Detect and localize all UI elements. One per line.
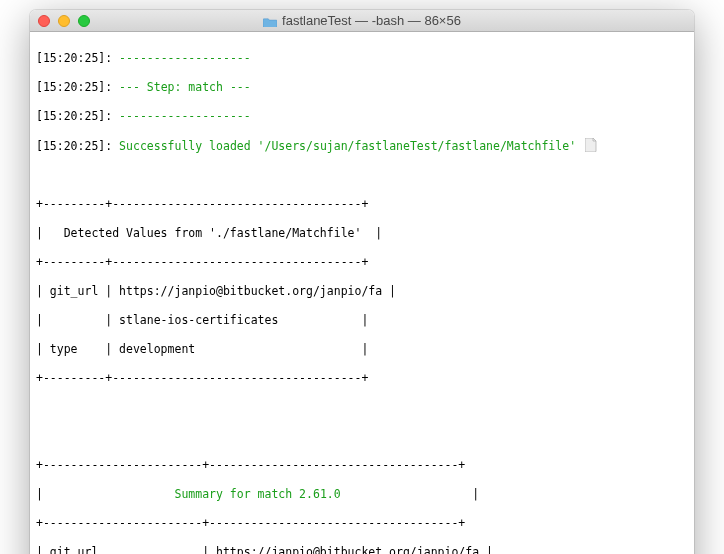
table-title-pad: | — [341, 487, 479, 501]
timestamp: [15:20:25]: — [36, 80, 112, 94]
table-title: Summary for match 2.61.0 — [174, 487, 340, 501]
log-dashes: ------------------- — [119, 51, 251, 65]
table-border: +---------+-----------------------------… — [36, 371, 688, 386]
log-step: --- Step: match --- — [119, 80, 251, 94]
table-row: | git_url | https://janpio@bitbucket.org… — [36, 284, 688, 299]
close-icon[interactable] — [38, 15, 50, 27]
minimize-icon[interactable] — [58, 15, 70, 27]
table-rows: | git_url | https://janpio@bitbucket.org… — [36, 545, 688, 555]
file-icon — [585, 138, 597, 152]
timestamp: [15:20:25]: — [36, 51, 112, 65]
table-border: +-----------------------+---------------… — [36, 458, 688, 473]
table-row: | git_url | https://janpio@bitbucket.org… — [36, 545, 688, 555]
terminal-body[interactable]: [15:20:25]: ------------------- [15:20:2… — [30, 32, 694, 554]
window-title-text: fastlaneTest — -bash — 86×56 — [282, 13, 461, 28]
table-title: | Detected Values from './fastlane/Match… — [36, 226, 688, 241]
maximize-icon[interactable] — [78, 15, 90, 27]
window-title: fastlaneTest — -bash — 86×56 — [30, 13, 694, 28]
table-row: | type | development | — [36, 342, 688, 357]
log-dashes: ------------------- — [119, 109, 251, 123]
table-border: +---------+-----------------------------… — [36, 197, 688, 212]
log-loaded: Successfully loaded '/Users/sujan/fastla… — [119, 139, 576, 153]
table-row: | | stlane-ios-certificates | — [36, 313, 688, 328]
traffic-lights — [38, 15, 90, 27]
timestamp: [15:20:25]: — [36, 109, 112, 123]
terminal-window: fastlaneTest — -bash — 86×56 [15:20:25]:… — [30, 10, 694, 554]
table-border: +---------+-----------------------------… — [36, 255, 688, 270]
folder-icon — [263, 15, 277, 26]
timestamp: [15:20:25]: — [36, 139, 112, 153]
table-border: +-----------------------+---------------… — [36, 516, 688, 531]
titlebar[interactable]: fastlaneTest — -bash — 86×56 — [30, 10, 694, 32]
table-title-pad: | — [36, 487, 174, 501]
